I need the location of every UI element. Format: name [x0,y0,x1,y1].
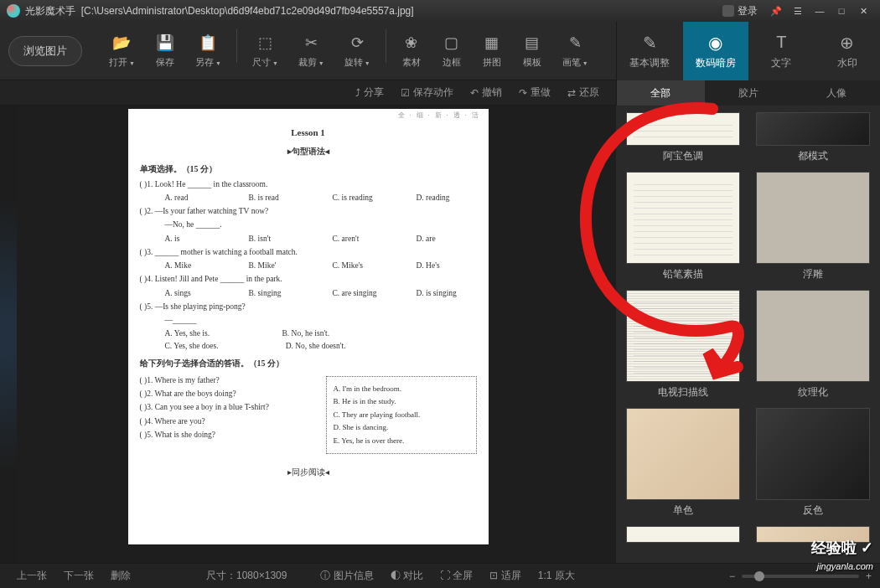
size-label: 尺寸：1080×1309 [206,569,287,583]
zoom-slider[interactable] [742,575,859,578]
browse-images-button[interactable]: 浏览图片 [8,36,82,66]
pin-button[interactable]: 📌 [766,3,786,18]
camera-icon: ◉ [704,33,727,53]
filter-texture[interactable]: 纹理化 [756,290,870,400]
filter-thumb [756,408,870,500]
border-button[interactable]: ▢边框 [432,29,472,72]
template-icon: ▤ [522,33,542,53]
filter-thumb [756,172,870,264]
save-action-icon: ☑ [401,87,410,99]
save-as-icon: 📋 [198,33,218,53]
filter-abao[interactable]: 阿宝色调 [626,112,740,163]
crop-button[interactable]: ✂裁剪▼ [288,29,334,72]
filter-thumb [626,290,740,382]
filter-thumb [626,526,740,543]
save-icon: 💾 [155,33,175,53]
fit-screen-button[interactable]: ⊡ 适屏 [481,569,529,583]
redo-button[interactable]: ↷重做 [510,85,559,100]
delete-button[interactable]: 删除 [102,569,139,583]
brush-button[interactable]: ✎画笔▼ [552,29,598,72]
edit-icon: ✎ [638,33,661,53]
save-action-button[interactable]: ☑保存动作 [392,85,462,100]
filter-thumb [756,290,870,382]
watermark-logo: 经验啦 ✓ [811,538,873,558]
user-icon [722,5,734,17]
tab-text[interactable]: T文字 [748,22,815,80]
tab-basic-adjust[interactable]: ✎基本调整 [617,22,683,80]
filter-more[interactable] [626,526,740,543]
filter-tab-film[interactable]: 胶片 [705,80,793,106]
compare-button[interactable]: ◐ 对比 [382,569,432,583]
filter-thumb [626,408,740,500]
right-panel-tabs: ✎基本调整 ◉数码暗房 T文字 ⊕水印 [616,22,880,80]
minimize-button[interactable]: — [810,3,830,18]
material-icon: ❀ [401,33,422,53]
status-bar: 上一张 下一张 删除 尺寸：1080×1309 ⓘ 图片信息 ◐ 对比 ⛶ 全屏… [0,563,880,588]
template-button[interactable]: ▤模板 [512,29,552,72]
app-icon [7,4,20,18]
tab-watermark[interactable]: ⊕水印 [815,22,881,80]
maximize-button[interactable]: □ [831,3,852,18]
save-button[interactable]: 💾保存 [145,29,185,72]
fullscreen-button[interactable]: ⛶ 全屏 [432,569,481,583]
undo-icon: ↶ [470,87,479,99]
original-size-button[interactable]: 1:1 原大 [530,569,583,583]
window-title: 光影魔术手 [C:\Users\Administrator\Desktop\d6… [25,4,716,18]
watermark-icon: ⊕ [836,33,859,53]
login-button[interactable]: 登录 [716,3,764,20]
filter-thumb [626,172,740,264]
filter-pencil-sketch[interactable]: 铅笔素描 [626,172,740,281]
text-icon: T [769,33,793,53]
prev-image-button[interactable]: 上一张 [8,569,55,583]
collage-icon: ▦ [482,33,502,53]
brush-icon: ✎ [565,33,585,53]
effects-panel: 阿宝色调 都模式 铅笔素描 浮雕 电视扫描线 纹理化 单色 反色 [616,106,880,563]
restore-icon: ⇄ [567,87,576,99]
next-image-button[interactable]: 下一张 [55,569,102,583]
settings-button[interactable]: ☰ [788,3,808,18]
filter-emboss[interactable]: 浮雕 [756,172,870,281]
crop-icon: ✂ [301,33,321,53]
tab-darkroom[interactable]: ◉数码暗房 [683,22,749,80]
border-icon: ▢ [442,33,462,53]
canvas-area[interactable]: 全 · 细 · 新 · 透 · 活 Lesson 1 ▸句型语法◂ 单项选择。（… [0,106,616,563]
filter-tab-portrait[interactable]: 人像 [792,80,880,106]
titlebar: 光影魔术手 [C:\Users\Administrator\Desktop\d6… [0,0,880,22]
filter-thumb [756,112,870,146]
sub-toolbar: ⤴分享 ☑保存动作 ↶撤销 ↷重做 ⇄还原 [0,80,616,106]
size-button[interactable]: ⬚尺寸▼ [242,29,288,72]
filter-tab-all[interactable]: 全部 [617,80,705,106]
undo-button[interactable]: ↶撤销 [462,85,510,100]
filter-invert[interactable]: 反色 [756,408,870,518]
filter-grid[interactable]: 阿宝色调 都模式 铅笔素描 浮雕 电视扫描线 纹理化 单色 反色 [616,106,880,563]
save-as-button[interactable]: 📋另存▼ [185,29,231,72]
filter-mode[interactable]: 都模式 [756,112,870,163]
collage-button[interactable]: ▦拼图 [472,29,512,72]
material-button[interactable]: ❀素材 [391,29,432,72]
size-icon: ⬚ [255,33,275,53]
image-info-button[interactable]: ⓘ 图片信息 [312,569,381,583]
main-toolbar: 浏览图片 📂打开▼ 💾保存 📋另存▼ ⬚尺寸▼ ✂裁剪▼ ⟳旋转▼ ❀素材 ▢边… [0,22,616,80]
redo-icon: ↷ [519,87,527,99]
rotate-icon: ⟳ [347,33,367,53]
zoom-in-button[interactable]: + [866,570,872,582]
filter-tv-scanline[interactable]: 电视扫描线 [626,290,740,400]
filter-category-tabs: 全部 胶片 人像 [616,80,880,106]
rotate-button[interactable]: ⟳旋转▼ [334,29,380,72]
open-icon: 📂 [111,33,132,53]
close-button[interactable]: ✕ [853,3,873,18]
open-button[interactable]: 📂打开▼ [99,29,145,72]
document-preview: 全 · 细 · 新 · 透 · 活 Lesson 1 ▸句型语法◂ 单项选择。（… [128,109,489,544]
filter-mono[interactable]: 单色 [626,408,740,518]
zoom-handle[interactable] [754,571,764,581]
filter-thumb [626,112,740,146]
share-icon: ⤴ [355,87,360,99]
login-label: 登录 [738,4,758,18]
restore-button[interactable]: ⇄还原 [559,85,608,100]
share-button[interactable]: ⤴分享 [347,85,392,100]
watermark-url: jingyanla.com [817,561,873,571]
zoom-out-button[interactable]: − [729,570,735,582]
